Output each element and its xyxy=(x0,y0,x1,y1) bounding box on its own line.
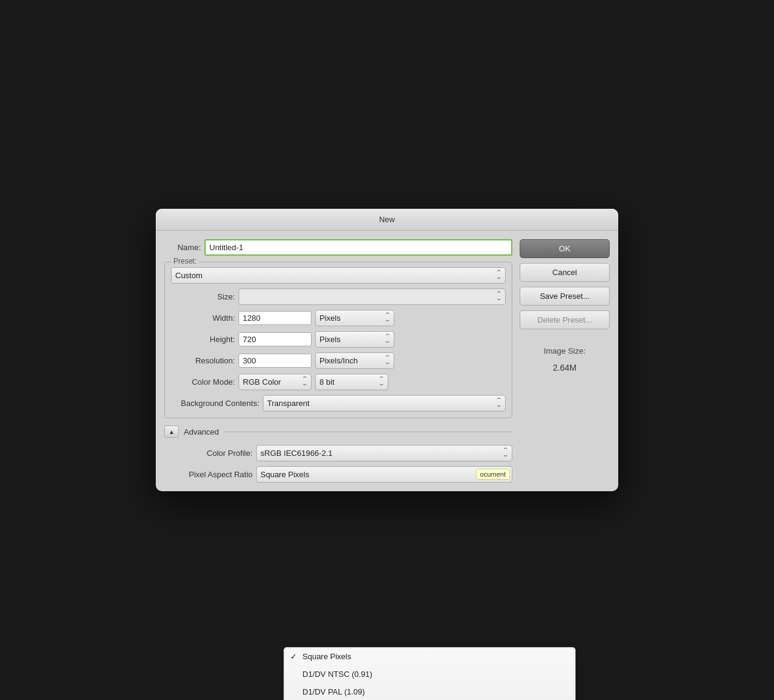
resolution-unit-arrow-icon xyxy=(385,355,390,366)
color-mode-arrow-icon xyxy=(302,376,307,388)
name-row: Name: xyxy=(164,239,512,256)
width-unit-select[interactable]: Pixels xyxy=(315,310,394,326)
dialog-titlebar: New xyxy=(156,209,618,231)
bit-depth-arrow-icon xyxy=(379,376,384,388)
width-unit-arrow-icon xyxy=(385,312,390,324)
bg-contents-row: Background Contents: Transparent xyxy=(171,395,506,411)
preset-section-label: Preset: xyxy=(171,257,199,265)
dialog-body: Name: Preset: Custom Size: xyxy=(156,231,618,491)
height-unit-select[interactable]: Pixels xyxy=(315,331,394,348)
preset-section: Preset: Custom Size: xyxy=(164,262,512,418)
width-row: Width: Pixels xyxy=(171,310,506,326)
color-mode-value: RGB Color xyxy=(243,377,300,387)
pixel-aspect-label: Pixel Aspect Ratio xyxy=(164,470,253,479)
height-input[interactable] xyxy=(239,332,312,346)
color-profile-label: Color Profile: xyxy=(164,449,253,458)
color-profile-value: sRGB IEC61966-2.1 xyxy=(260,449,501,458)
new-document-dialog: New Name: Preset: Custom xyxy=(156,209,618,491)
color-profile-row: Color Profile: sRGB IEC61966-2.1 xyxy=(164,445,512,461)
color-mode-row: Color Mode: RGB Color 8 bit xyxy=(171,374,506,390)
preset-value: Custom xyxy=(175,271,494,280)
delete-preset-button[interactable]: Delete Preset... xyxy=(520,310,610,329)
height-row: Height: Pixels xyxy=(171,331,506,348)
resolution-unit-value: Pixels/Inch xyxy=(319,356,383,365)
color-mode-select[interactable]: RGB Color xyxy=(239,374,312,390)
bg-contents-label: Background Contents: xyxy=(171,399,259,408)
bg-contents-select[interactable]: Transparent xyxy=(263,395,506,411)
size-label: Size: xyxy=(171,292,235,301)
advanced-toggle-button[interactable]: ▲ xyxy=(164,425,179,438)
save-preset-button[interactable]: Save Preset... xyxy=(520,287,610,306)
width-label: Width: xyxy=(171,313,235,323)
size-arrow-icon xyxy=(497,291,501,303)
dialog-wrapper: New Name: Preset: Custom xyxy=(0,209,774,491)
dialog-left-panel: Name: Preset: Custom Size: xyxy=(164,239,512,483)
cancel-button[interactable]: Cancel xyxy=(520,263,610,282)
bit-depth-value: 8 bit xyxy=(319,377,377,387)
dropdown-item[interactable]: Square Pixels xyxy=(284,648,575,665)
preset-select[interactable]: Custom xyxy=(171,267,506,284)
bg-contents-arrow-icon xyxy=(497,397,501,409)
pixel-aspect-dropdown: Square PixelsD1/DV NTSC (0.91)D1/DV PAL … xyxy=(284,647,576,700)
height-unit-value: Pixels xyxy=(319,335,383,344)
pixel-aspect-value: Square Pixels xyxy=(260,470,501,479)
width-unit-value: Pixels xyxy=(319,313,383,323)
bit-depth-select[interactable]: 8 bit xyxy=(315,374,388,390)
image-size-value: 2.64M xyxy=(520,363,610,373)
dialog-right-panel: OK Cancel Save Preset... Delete Preset..… xyxy=(520,239,610,483)
color-profile-select[interactable]: sRGB IEC61966-2.1 xyxy=(256,445,512,461)
dialog-title: New xyxy=(379,215,395,224)
advanced-label: Advanced xyxy=(184,427,219,436)
width-input[interactable] xyxy=(239,311,312,325)
height-unit-arrow-icon xyxy=(385,334,390,345)
resolution-row: Resolution: Pixels/Inch xyxy=(171,352,506,369)
pixel-aspect-row: Pixel Aspect Ratio Square Pixels ocument xyxy=(164,466,512,483)
ok-button[interactable]: OK xyxy=(520,239,610,258)
preset-arrow-icon xyxy=(497,270,501,281)
pixel-aspect-select[interactable]: Square Pixels xyxy=(256,466,512,483)
size-row: Size: xyxy=(171,289,506,305)
name-label: Name: xyxy=(164,243,201,252)
height-label: Height: xyxy=(171,335,235,344)
dropdown-item[interactable]: D1/DV NTSC (0.91) xyxy=(284,665,575,683)
color-profile-arrow-icon xyxy=(503,447,508,459)
advanced-row: ▲ Advanced xyxy=(164,425,512,438)
size-select[interactable] xyxy=(239,289,506,305)
color-mode-label: Color Mode: xyxy=(171,377,235,387)
name-input[interactable] xyxy=(204,239,512,256)
advanced-divider xyxy=(224,432,512,432)
resolution-label: Resolution: xyxy=(171,356,235,365)
bg-contents-value: Transparent xyxy=(267,399,494,408)
dropdown-item[interactable]: D1/DV PAL (1.09) xyxy=(284,683,575,700)
resolution-input[interactable] xyxy=(239,354,312,368)
tooltip-badge: ocument xyxy=(476,469,510,480)
image-size-label: Image Size: xyxy=(520,346,610,355)
preset-row: Custom xyxy=(171,267,506,284)
resolution-unit-select[interactable]: Pixels/Inch xyxy=(315,352,394,369)
